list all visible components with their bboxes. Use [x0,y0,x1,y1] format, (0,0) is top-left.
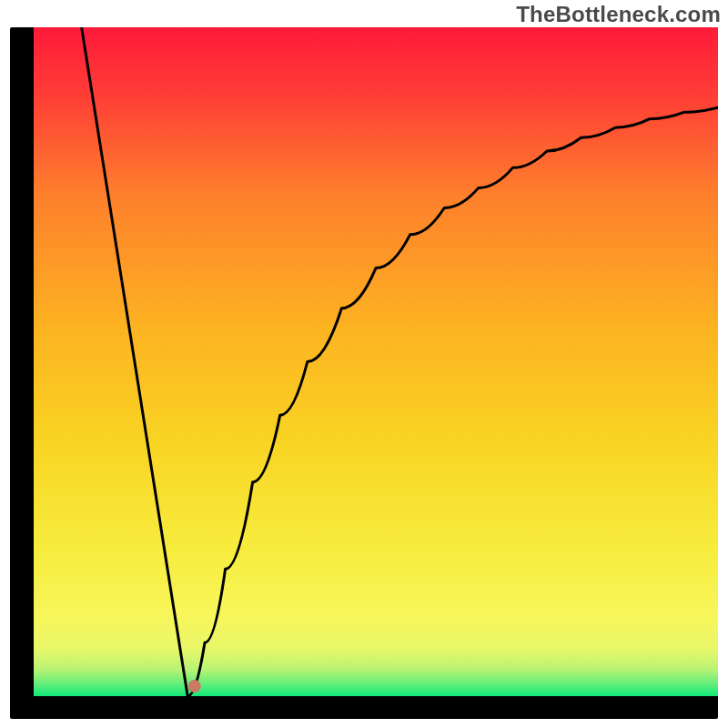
minimum-marker [188,680,201,693]
chart-frame: TheBottleneck.com [0,0,728,728]
chart-svg [34,27,718,696]
plot-border [10,27,718,719]
watermark-label: TheBottleneck.com [516,2,721,27]
plot-area [34,27,718,696]
